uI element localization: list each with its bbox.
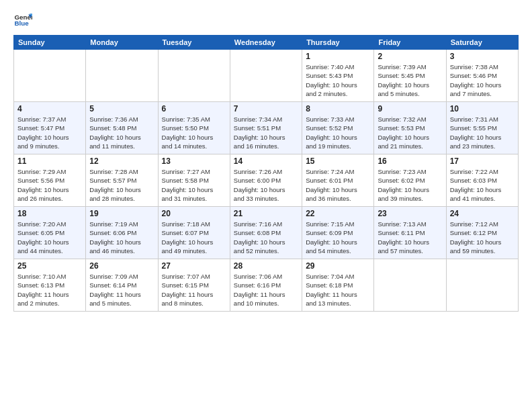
- calendar-week-3: 11Sunrise: 7:29 AM Sunset: 5:56 PM Dayli…: [14, 154, 519, 207]
- day-number: 2: [378, 52, 442, 61]
- day-info: Sunrise: 7:29 AM Sunset: 5:56 PM Dayligh…: [17, 167, 82, 203]
- calendar-cell: 8Sunrise: 7:33 AM Sunset: 5:52 PM Daylig…: [302, 102, 374, 154]
- day-number: 17: [450, 156, 515, 166]
- day-info: Sunrise: 7:36 AM Sunset: 5:48 PM Dayligh…: [89, 115, 154, 150]
- day-number: 16: [378, 156, 442, 166]
- calendar-cell: [86, 50, 158, 102]
- calendar-cell: 28Sunrise: 7:06 AM Sunset: 6:16 PM Dayli…: [230, 259, 302, 312]
- calendar-week-5: 25Sunrise: 7:10 AM Sunset: 6:13 PM Dayli…: [14, 259, 519, 312]
- day-number: 14: [234, 156, 298, 166]
- calendar-cell: 1Sunrise: 7:40 AM Sunset: 5:43 PM Daylig…: [302, 50, 374, 102]
- calendar-cell: 15Sunrise: 7:24 AM Sunset: 6:01 PM Dayli…: [302, 154, 374, 207]
- day-number: 12: [89, 156, 154, 166]
- day-info: Sunrise: 7:06 AM Sunset: 6:16 PM Dayligh…: [234, 272, 298, 308]
- svg-text:Blue: Blue: [14, 19, 29, 27]
- day-number: 3: [450, 52, 515, 61]
- calendar-cell: 16Sunrise: 7:23 AM Sunset: 6:02 PM Dayli…: [374, 154, 446, 207]
- day-number: 26: [89, 261, 154, 271]
- day-number: 29: [306, 261, 370, 271]
- calendar-cell: 25Sunrise: 7:10 AM Sunset: 6:13 PM Dayli…: [14, 259, 86, 312]
- calendar-cell: [14, 50, 86, 102]
- calendar-header-row: SundayMondayTuesdayWednesdayThursdayFrid…: [14, 36, 519, 50]
- calendar-cell: 17Sunrise: 7:22 AM Sunset: 6:03 PM Dayli…: [446, 154, 518, 207]
- day-number: 5: [89, 104, 154, 113]
- day-number: 15: [306, 156, 370, 166]
- calendar-cell: 11Sunrise: 7:29 AM Sunset: 5:56 PM Dayli…: [14, 154, 86, 207]
- day-number: 11: [17, 156, 82, 166]
- day-info: Sunrise: 7:34 AM Sunset: 5:51 PM Dayligh…: [234, 115, 298, 150]
- day-info: Sunrise: 7:32 AM Sunset: 5:53 PM Dayligh…: [378, 115, 442, 150]
- day-info: Sunrise: 7:13 AM Sunset: 6:11 PM Dayligh…: [378, 220, 442, 255]
- day-info: Sunrise: 7:12 AM Sunset: 6:12 PM Dayligh…: [450, 220, 515, 255]
- column-header-thursday: Thursday: [302, 36, 374, 50]
- page: General Blue SundayMondayTuesdayWednesda…: [0, 0, 532, 411]
- day-info: Sunrise: 7:28 AM Sunset: 5:57 PM Dayligh…: [89, 167, 154, 203]
- column-header-sunday: Sunday: [14, 36, 86, 50]
- day-info: Sunrise: 7:09 AM Sunset: 6:14 PM Dayligh…: [89, 272, 154, 308]
- logo-icon: General Blue: [13, 11, 32, 30]
- calendar-cell: 13Sunrise: 7:27 AM Sunset: 5:58 PM Dayli…: [158, 154, 230, 207]
- day-number: 13: [162, 156, 226, 166]
- day-info: Sunrise: 7:18 AM Sunset: 6:07 PM Dayligh…: [162, 220, 226, 255]
- day-info: Sunrise: 7:20 AM Sunset: 6:05 PM Dayligh…: [17, 220, 82, 255]
- calendar-cell: 12Sunrise: 7:28 AM Sunset: 5:57 PM Dayli…: [86, 154, 158, 207]
- calendar-cell: 10Sunrise: 7:31 AM Sunset: 5:55 PM Dayli…: [446, 102, 518, 154]
- day-number: 6: [162, 104, 226, 113]
- calendar-cell: [158, 50, 230, 102]
- day-info: Sunrise: 7:40 AM Sunset: 5:43 PM Dayligh…: [306, 62, 370, 98]
- day-info: Sunrise: 7:07 AM Sunset: 6:15 PM Dayligh…: [162, 272, 226, 308]
- day-number: 19: [89, 209, 154, 218]
- calendar-cell: 26Sunrise: 7:09 AM Sunset: 6:14 PM Dayli…: [86, 259, 158, 312]
- day-info: Sunrise: 7:10 AM Sunset: 6:13 PM Dayligh…: [17, 272, 82, 308]
- calendar-table: SundayMondayTuesdayWednesdayThursdayFrid…: [13, 35, 519, 312]
- day-number: 4: [17, 104, 82, 113]
- day-info: Sunrise: 7:38 AM Sunset: 5:46 PM Dayligh…: [450, 62, 515, 98]
- calendar-cell: 9Sunrise: 7:32 AM Sunset: 5:53 PM Daylig…: [374, 102, 446, 154]
- calendar-cell: 24Sunrise: 7:12 AM Sunset: 6:12 PM Dayli…: [446, 207, 518, 259]
- day-number: 8: [306, 104, 370, 113]
- calendar-cell: [230, 50, 302, 102]
- day-number: 23: [378, 209, 442, 218]
- day-info: Sunrise: 7:24 AM Sunset: 6:01 PM Dayligh…: [306, 167, 370, 203]
- day-info: Sunrise: 7:27 AM Sunset: 5:58 PM Dayligh…: [162, 167, 226, 203]
- calendar-cell: 6Sunrise: 7:35 AM Sunset: 5:50 PM Daylig…: [158, 102, 230, 154]
- day-info: Sunrise: 7:39 AM Sunset: 5:45 PM Dayligh…: [378, 62, 442, 98]
- day-info: Sunrise: 7:16 AM Sunset: 6:08 PM Dayligh…: [234, 220, 298, 255]
- day-number: 10: [450, 104, 515, 113]
- day-info: Sunrise: 7:31 AM Sunset: 5:55 PM Dayligh…: [450, 115, 515, 150]
- header: General Blue: [13, 11, 519, 30]
- column-header-monday: Monday: [86, 36, 158, 50]
- day-number: 25: [17, 261, 82, 271]
- day-info: Sunrise: 7:22 AM Sunset: 6:03 PM Dayligh…: [450, 167, 515, 203]
- column-header-friday: Friday: [374, 36, 446, 50]
- calendar-cell: 18Sunrise: 7:20 AM Sunset: 6:05 PM Dayli…: [14, 207, 86, 259]
- calendar-cell: 22Sunrise: 7:15 AM Sunset: 6:09 PM Dayli…: [302, 207, 374, 259]
- calendar-cell: 23Sunrise: 7:13 AM Sunset: 6:11 PM Dayli…: [374, 207, 446, 259]
- day-info: Sunrise: 7:23 AM Sunset: 6:02 PM Dayligh…: [378, 167, 442, 203]
- calendar-week-2: 4Sunrise: 7:37 AM Sunset: 5:47 PM Daylig…: [14, 102, 519, 154]
- day-info: Sunrise: 7:04 AM Sunset: 6:18 PM Dayligh…: [306, 272, 370, 308]
- calendar-cell: 14Sunrise: 7:26 AM Sunset: 6:00 PM Dayli…: [230, 154, 302, 207]
- day-number: 7: [234, 104, 298, 113]
- calendar-week-1: 1Sunrise: 7:40 AM Sunset: 5:43 PM Daylig…: [14, 50, 519, 102]
- day-number: 9: [378, 104, 442, 113]
- column-header-tuesday: Tuesday: [158, 36, 230, 50]
- calendar-week-4: 18Sunrise: 7:20 AM Sunset: 6:05 PM Dayli…: [14, 207, 519, 259]
- calendar-cell: 21Sunrise: 7:16 AM Sunset: 6:08 PM Dayli…: [230, 207, 302, 259]
- day-number: 24: [450, 209, 515, 218]
- day-info: Sunrise: 7:15 AM Sunset: 6:09 PM Dayligh…: [306, 220, 370, 255]
- day-number: 22: [306, 209, 370, 218]
- calendar-cell: 19Sunrise: 7:19 AM Sunset: 6:06 PM Dayli…: [86, 207, 158, 259]
- day-number: 18: [17, 209, 82, 218]
- calendar-cell: 7Sunrise: 7:34 AM Sunset: 5:51 PM Daylig…: [230, 102, 302, 154]
- day-info: Sunrise: 7:26 AM Sunset: 6:00 PM Dayligh…: [234, 167, 298, 203]
- calendar-cell: 2Sunrise: 7:39 AM Sunset: 5:45 PM Daylig…: [374, 50, 446, 102]
- calendar-cell: 3Sunrise: 7:38 AM Sunset: 5:46 PM Daylig…: [446, 50, 518, 102]
- day-info: Sunrise: 7:35 AM Sunset: 5:50 PM Dayligh…: [162, 115, 226, 150]
- day-number: 28: [234, 261, 298, 271]
- day-info: Sunrise: 7:37 AM Sunset: 5:47 PM Dayligh…: [17, 115, 82, 150]
- day-number: 27: [162, 261, 226, 271]
- calendar-cell: [374, 259, 446, 312]
- column-header-saturday: Saturday: [446, 36, 518, 50]
- calendar-cell: 5Sunrise: 7:36 AM Sunset: 5:48 PM Daylig…: [86, 102, 158, 154]
